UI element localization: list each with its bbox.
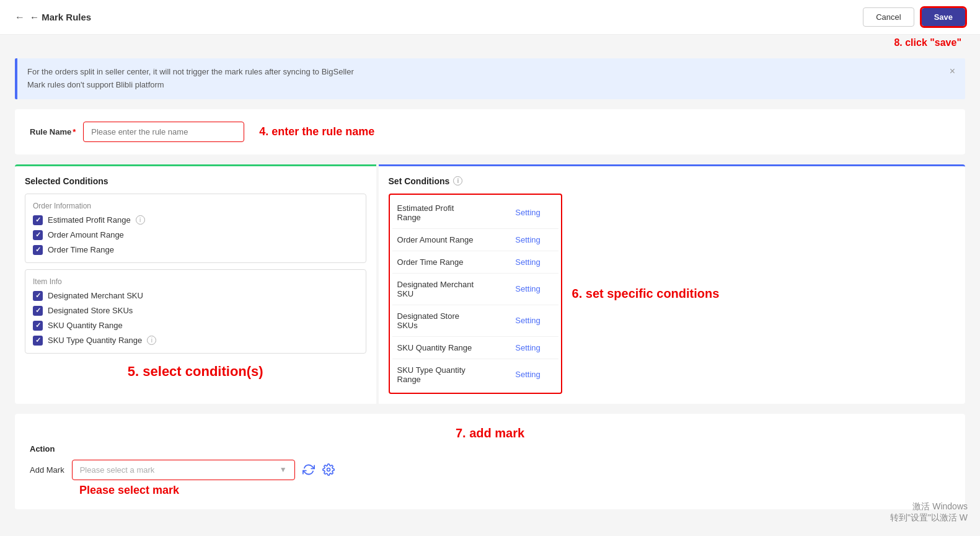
condition-label: Estimated Profit Range [48, 215, 131, 225]
checkbox-sku-type-qty[interactable] [33, 336, 43, 346]
save-hint-label: 8. click "save" [894, 37, 961, 48]
chevron-down-icon: ▼ [280, 465, 287, 474]
action-section: 7. add mark Action Add Mark Please selec… [15, 414, 965, 509]
order-info-group: Order Information Estimated Profit Range… [25, 194, 366, 263]
checkbox-estimated-profit[interactable] [33, 215, 43, 225]
condition-name: SKU Quantity Range [392, 336, 511, 359]
condition-name: Order Amount Range [392, 228, 511, 251]
info-banner: For the orders split in seller center, i… [15, 58, 965, 99]
checkbox-sku-qty[interactable] [33, 321, 43, 331]
set-conditions-panel: Set Conditions i Estimated ProfitRange S… [379, 164, 965, 404]
table-row: Order Amount Range Setting [392, 228, 558, 251]
condition-name: Estimated ProfitRange [392, 197, 511, 229]
table-row: SKU Quantity Range Setting [392, 336, 558, 359]
selected-conditions-title: Selected Conditions [25, 176, 366, 186]
checkbox-store-skus[interactable] [33, 306, 43, 316]
banner-line1: For the orders split in seller center, i… [27, 66, 354, 79]
select-conditions-hint: 5. select condition(s) [25, 364, 366, 380]
page-header: ← ← Mark Rules Cancel Save [0, 0, 980, 35]
settings-icon[interactable] [322, 463, 335, 476]
table-row: Estimated ProfitRange Setting [392, 197, 558, 229]
setting-link-merchant-sku[interactable]: Setting [515, 284, 540, 293]
item-info-label: Item Info [33, 277, 358, 286]
condition-label: Order Amount Range [48, 230, 124, 239]
setting-link-profit[interactable]: Setting [515, 208, 540, 217]
order-info-label: Order Information [33, 202, 358, 210]
please-select-mark-hint: Please select mark [79, 484, 950, 497]
list-item: SKU Quantity Range [33, 321, 358, 331]
info-icon: i [136, 215, 145, 225]
condition-name: SKU Type QuantityRange [392, 359, 511, 390]
add-mark-hint: 7. add mark [456, 426, 524, 440]
back-button[interactable]: ← [15, 12, 25, 23]
table-row: SKU Type QuantityRange Setting [392, 359, 558, 390]
selected-conditions-panel: Selected Conditions Order Information Es… [15, 164, 376, 404]
list-item: Order Amount Range [33, 230, 358, 240]
condition-label: Designated Merchant SKU [48, 291, 143, 300]
setting-link-sku-qty[interactable]: Setting [515, 343, 540, 352]
item-info-group: Item Info Designated Merchant SKU Design… [25, 269, 366, 354]
enter-rule-hint: 4. enter the rule name [259, 125, 374, 138]
save-button[interactable]: Save [922, 8, 965, 26]
setting-link-sku-type-qty[interactable]: Setting [515, 370, 540, 379]
set-conditions-title: Set Conditions i [389, 176, 955, 186]
table-row: Order Time Range Setting [392, 251, 558, 273]
mark-select-placeholder: Please select a mark [80, 465, 155, 475]
condition-label: SKU Type Quantity Range [48, 336, 142, 345]
rule-name-section: Rule Name* 4. enter the rule name [15, 109, 965, 154]
svg-point-0 [327, 468, 330, 471]
page-title: ← Mark Rules [30, 12, 91, 22]
rule-name-label: Rule Name* [30, 127, 76, 136]
conditions-table-outline: Estimated ProfitRange Setting Order Amou… [389, 194, 562, 394]
banner-line2: Mark rules don't support Blibli platform [27, 79, 354, 92]
list-item: Estimated Profit Range i [33, 215, 358, 225]
required-star: * [73, 127, 76, 136]
set-conditions-hint-area: 6. set specific conditions [562, 194, 723, 394]
set-conditions-info-icon: i [453, 176, 462, 185]
setting-link-store-skus[interactable]: Setting [515, 316, 540, 325]
setting-link-order-time[interactable]: Setting [515, 257, 540, 267]
header-actions: Cancel Save [863, 7, 965, 27]
info-icon-sku-type: i [147, 336, 156, 345]
rule-name-row: Rule Name* 4. enter the rule name [30, 122, 950, 142]
mark-select-dropdown[interactable]: Please select a mark ▼ [72, 460, 295, 480]
checkbox-merchant-sku[interactable] [33, 291, 43, 301]
banner-close-button[interactable]: × [950, 66, 955, 77]
action-row: Add Mark Please select a mark ▼ [30, 460, 950, 480]
condition-label: SKU Quantity Range [48, 321, 123, 330]
condition-label: Order Time Range [48, 245, 114, 254]
table-row: Designated MerchantSKU Setting [392, 273, 558, 305]
list-item: SKU Type Quantity Range i [33, 336, 358, 346]
page-title-row: ← ← Mark Rules [15, 12, 91, 23]
condition-name: Designated MerchantSKU [392, 273, 511, 305]
banner-text: For the orders split in seller center, i… [27, 66, 354, 92]
list-item: Designated Merchant SKU [33, 291, 358, 301]
setting-link-order-amount[interactable]: Setting [515, 235, 540, 244]
rule-name-input[interactable] [83, 122, 244, 142]
action-label: Action [30, 444, 950, 453]
set-conditions-hint: 6. set specific conditions [572, 287, 723, 301]
conditions-table: Estimated ProfitRange Setting Order Amou… [392, 197, 558, 390]
table-row: Designated StoreSKUs Setting [392, 305, 558, 336]
condition-name: Order Time Range [392, 251, 511, 273]
condition-label: Designated Store SKUs [48, 306, 133, 315]
condition-name: Designated StoreSKUs [392, 305, 511, 336]
checkbox-order-time[interactable] [33, 245, 43, 255]
add-mark-label: Add Mark [30, 465, 64, 475]
list-item: Order Time Range [33, 245, 358, 255]
refresh-icon[interactable] [302, 463, 315, 476]
checkbox-order-amount[interactable] [33, 230, 43, 240]
cancel-button[interactable]: Cancel [863, 7, 914, 27]
list-item: Designated Store SKUs [33, 306, 358, 316]
